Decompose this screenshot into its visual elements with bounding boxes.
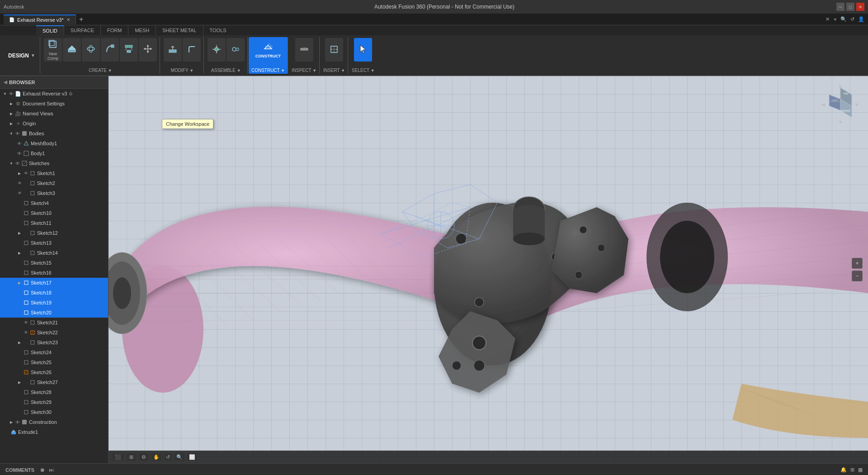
tree-item-sketch3[interactable]: 👁 Sketch3 [0,188,108,198]
tree-item-sketch14[interactable]: ▶ Sketch14 [0,248,108,258]
file-tab-close[interactable]: ✕ [66,17,70,22]
zoom-out-button[interactable]: − [852,271,863,281]
grid-button[interactable]: ⊞ [127,453,136,461]
sketches-eye[interactable]: 👁 [14,160,21,166]
comments-label[interactable]: COMMENTS [5,467,34,473]
record-icon[interactable]: ⏺ [40,467,45,473]
tree-item-sketch23[interactable]: ▶ Sketch23 [0,337,108,347]
tree-item-origin[interactable]: ▶ ✛ Origin [0,119,108,128]
close-button[interactable]: ✕ [856,3,864,11]
view-grid-button[interactable]: ▦ [858,467,863,473]
sketch3-eye[interactable]: 👁 [16,190,23,196]
sketch1-eye[interactable]: 👁 [23,170,29,176]
refresh-tab[interactable]: ↺ [850,16,854,22]
measure-button[interactable] [295,38,313,62]
tree-item-sketch13[interactable]: Sketch13 [0,238,108,248]
navigation-cube[interactable]: TOP LEFT FRONT S N W E [820,83,861,124]
tree-item-sketch25[interactable]: Sketch25 [0,357,108,367]
tab-solid[interactable]: SOLID [36,25,64,35]
revolve-button[interactable] [82,38,100,62]
viewport-3d[interactable]: Change Workspace TOP LEFT FRONT [108,76,868,463]
tree-item-root[interactable]: ▼ 👁 📄 Exhaust Reverse v3 ⚙ [0,89,108,99]
body1-eye[interactable]: 👁 [16,150,23,157]
tree-item-sketch17[interactable]: ▶ Sketch17 [0,278,108,288]
tree-item-sketch26[interactable]: ! Sketch26 [0,367,108,377]
tree-item-doc-settings[interactable]: ▶ ⚙ Document Settings [0,99,108,109]
tab-form[interactable]: FORM [100,25,128,35]
pan-button[interactable]: ✋ [151,453,161,461]
browser-collapse[interactable]: ◀ [4,80,7,85]
offset-plane-icon [263,42,273,53]
account-tab[interactable]: 👤 [858,16,864,22]
tree-item-sketch19[interactable]: Sketch19 [0,298,108,308]
tree-item-construction[interactable]: ▶ 👁 Construction [0,417,108,427]
tree-item-sketch22[interactable]: 👁 ! Sketch22 [0,328,108,337]
move-button[interactable] [139,38,157,62]
tree-item-body1[interactable]: 👁 Body1 [0,148,108,158]
workspace-selector[interactable]: DESIGN ▼ [4,37,40,74]
search-tab[interactable]: 🔍 [840,16,847,22]
tree-item-sketch27[interactable]: ▶ Sketch27 [0,377,108,387]
tree-item-sketches[interactable]: ▼ 👁 Sketches [0,158,108,168]
tree-item-sketch12[interactable]: ▶ Sketch12 [0,228,108,238]
insert-derive-button[interactable] [325,38,343,62]
tree-item-sketch18[interactable]: Sketch18 [0,288,108,298]
grid-display-button[interactable]: ⊞ [850,467,854,473]
sketch2-eye[interactable]: 👁 [16,180,23,186]
root-eye[interactable]: 👁 [8,90,14,97]
playback-icon[interactable]: ⏭ [49,467,54,473]
tab-sheetmetal[interactable]: SHEET METAL [156,25,203,35]
minimize-button[interactable]: ─ [836,3,844,11]
file-tab-active[interactable]: 📄 Exhaust Reverse v3* ✕ [4,14,76,24]
tree-item-extrude1[interactable]: Extrude1 [0,427,108,437]
tree-item-sketch16[interactable]: Sketch16 [0,268,108,278]
tree-item-sketch11[interactable]: Sketch11 [0,218,108,228]
zoom-in-button[interactable]: + [852,258,863,269]
root-gear[interactable]: ⚙ [69,91,73,96]
drive-joints-button[interactable] [226,38,245,62]
tree-item-sketch20[interactable]: Sketch20 [0,308,108,318]
tree-item-sketch15[interactable]: Sketch15 [0,258,108,268]
tab-surface[interactable]: SURFACE [64,25,100,35]
zoom-button[interactable]: 🔍 [175,453,184,461]
notifications-button[interactable]: 🔔 [840,467,847,473]
press-pull-button[interactable] [164,38,182,62]
tree-item-sketch10[interactable]: Sketch10 [0,208,108,218]
meshbody1-eye[interactable]: 👁 [16,140,23,147]
extrude-button[interactable] [63,38,81,62]
new-component-button[interactable]: New Comp [44,38,62,62]
display-settings-button[interactable]: ⚙ [139,453,149,461]
bodies-eye[interactable]: 👁 [14,130,21,137]
sketch22-eye[interactable]: 👁 [23,329,29,336]
sketches-label: Sketches [29,161,49,166]
display-mode-button[interactable]: ⬛ [112,453,124,461]
tree-item-sketch28[interactable]: Sketch28 [0,387,108,397]
tree-item-sketch21[interactable]: 👁 Sketch21 [0,318,108,328]
tab-mesh[interactable]: MESH [128,25,156,35]
fillet-button[interactable] [183,38,201,62]
add-tab-plus[interactable]: + [833,16,837,23]
offset-plane-button[interactable]: CONSTRUCT [259,38,277,62]
sketch21-eye[interactable]: 👁 [23,319,29,326]
tree-item-sketch24[interactable]: Sketch24 [0,347,108,357]
close-tab-x[interactable]: ✕ [826,16,830,22]
zoom-fit-button[interactable]: ⬜ [187,453,197,461]
joint-button[interactable] [208,38,226,62]
select-button[interactable] [354,38,372,62]
tree-item-bodies[interactable]: ▼ 👁 Bodies [0,128,108,138]
sweep-button[interactable] [101,38,119,62]
tree-item-sketch1[interactable]: ▶ 👁 Sketch1 [0,168,108,178]
maximize-button[interactable]: □ [846,3,854,11]
orbit-button[interactable]: ↺ [164,453,172,461]
tree-item-named-views[interactable]: ▶ 🎥 Named Views [0,109,108,119]
tree-item-meshbody1[interactable]: 👁 MeshBody1 [0,138,108,148]
loft-button[interactable] [120,38,138,62]
assemble-label: ASSEMBLE ▼ [211,67,241,73]
tree-item-sketch30[interactable]: Sketch30 [0,407,108,417]
tab-tools[interactable]: TOOLS [203,25,233,35]
new-tab-button[interactable]: + [76,14,87,24]
tree-item-sketch29[interactable]: Sketch29 [0,397,108,407]
construction-eye[interactable]: 👁 [14,419,21,425]
tree-item-sketch2[interactable]: 👁 Sketch2 [0,178,108,188]
tree-item-sketch4[interactable]: Sketch4 [0,198,108,208]
